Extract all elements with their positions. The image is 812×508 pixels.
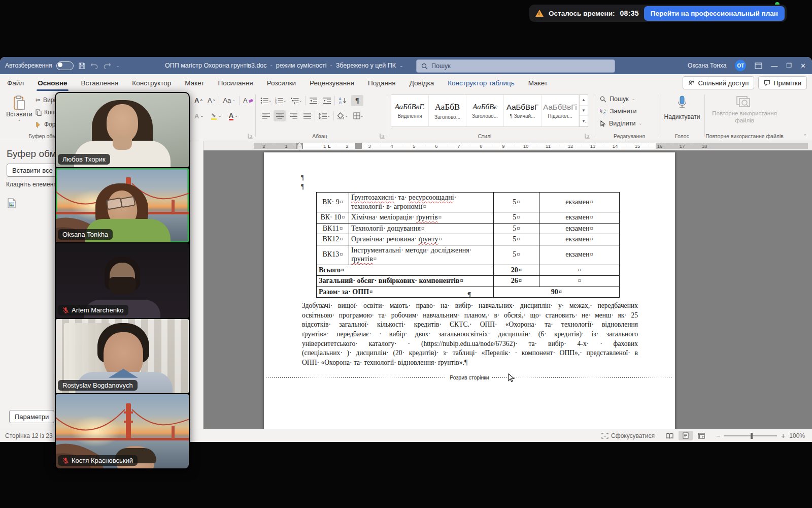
style-card-3[interactable]: АаБбВвГ¶ Звичай...	[504, 95, 542, 126]
paragraph-line[interactable]: відсотків· загальної· кількості· кредиті…	[302, 320, 638, 330]
horizontal-ruler[interactable]: 2·1·1·2·3·4·5·6·7·8·9·10·11·12·13·14·15·…	[203, 141, 812, 150]
align-right-button[interactable]	[287, 110, 299, 121]
participant-tile-4[interactable]: Костя Красновський	[56, 394, 189, 468]
grow-font-button[interactable]: A˄	[193, 96, 204, 105]
dictate-button[interactable]: Надиктувати	[662, 96, 702, 120]
body-paragraph[interactable]: Здобувачі· вищої· освіти· мають· право· …	[302, 301, 638, 368]
save-icon[interactable]	[78, 62, 86, 70]
maximize-button[interactable]: ❐	[786, 62, 792, 69]
style-card-2[interactable]: АаБбВєЗаголово...	[466, 95, 504, 126]
font-dialog-launcher[interactable]	[248, 133, 254, 139]
tab-9[interactable]: Довідка	[410, 79, 434, 87]
quick-access-chevron-icon[interactable]: ⌄	[116, 63, 120, 68]
user-avatar[interactable]: ОТ	[735, 60, 746, 71]
style-card-4[interactable]: АаБбВвГіПідзагол...	[542, 95, 579, 126]
components-table[interactable]: ВК· 9¤Ґрунтозахисні· та· ресурсоощадні· …	[316, 192, 620, 298]
collapse-ribbon-icon[interactable]: ⌃	[803, 134, 807, 139]
zoom-in-button[interactable]: +	[781, 432, 785, 440]
document-title[interactable]: ОПП магістр Охорона грунтів3.doc- режим …	[165, 57, 403, 74]
tab-10[interactable]: Конструктор таблиць	[448, 79, 515, 87]
clipboard-item-image-icon[interactable]	[7, 198, 17, 208]
replace-icon: bc	[600, 108, 607, 115]
participant-tile-1[interactable]: Oksana Tonkha	[56, 168, 189, 242]
tab-6[interactable]: Розсилки	[267, 79, 296, 87]
shrink-font-button[interactable]: A˅	[206, 96, 217, 105]
tab-11[interactable]: Макет	[528, 79, 548, 87]
participant-tile-0[interactable]: Любов Тхорик	[56, 93, 189, 167]
find-button[interactable]: Пошук⌄	[600, 96, 635, 103]
reuse-files-button[interactable]: Повторне використання файлів	[706, 96, 783, 124]
align-center-button[interactable]	[274, 110, 286, 121]
bullets-button[interactable]: ⌄	[260, 95, 272, 106]
font-color-button[interactable]: A⌄	[227, 111, 240, 121]
style-card-0[interactable]: АаБбВвГ.Виділення	[391, 95, 429, 126]
tab-1[interactable]: Основне	[38, 79, 67, 87]
paragraph-line[interactable]: (спеціальних· )· дисциплін· (20· кредиті…	[302, 348, 638, 358]
shading-button[interactable]: ⌄	[335, 110, 350, 121]
search-input[interactable]: Пошук	[416, 59, 615, 73]
justify-button[interactable]	[301, 110, 313, 121]
print-layout-button[interactable]	[679, 431, 693, 440]
tab-2[interactable]: Вставлення	[81, 79, 119, 87]
paste-all-button[interactable]: Вставити все	[7, 164, 58, 177]
select-button[interactable]: Виділити⌄	[600, 120, 642, 127]
copy-icon	[36, 109, 42, 116]
document-page[interactable]: ¶ ¶ ВК· 9¤Ґрунтозахисні· та· ресурсоощад…	[264, 152, 675, 429]
change-case-button[interactable]: Aa⌄	[221, 96, 237, 105]
user-name[interactable]: Оксана Тонха	[688, 62, 726, 69]
clipboard-icon	[13, 96, 26, 111]
borders-button[interactable]: ⌄	[351, 110, 365, 121]
numbering-button[interactable]: 123⌄	[274, 95, 288, 106]
show-marks-button[interactable]: ¶	[351, 95, 363, 106]
ribbon-display-icon[interactable]	[755, 62, 762, 69]
tab-8[interactable]: Подання	[368, 79, 396, 87]
styles-more[interactable]: ▼̱	[580, 116, 588, 126]
zoom-slider[interactable]	[724, 435, 777, 436]
paragraph-line[interactable]: Здобувачі· вищої· освіти· мають· право· …	[302, 301, 638, 311]
paste-button[interactable]: Вставити⌄	[6, 96, 32, 122]
upgrade-plan-button[interactable]: Перейти на профессиональный план	[644, 6, 785, 21]
styles-scroll-up[interactable]: ▲	[580, 95, 588, 106]
multilevel-list-button[interactable]: ⌄	[289, 95, 303, 106]
minimize-button[interactable]: —	[771, 62, 777, 69]
share-button[interactable]: Спільний доступ	[683, 76, 754, 89]
page-indicator[interactable]: Сторінка 12 із 23	[5, 432, 53, 439]
styles-scroll-down[interactable]: ▼	[580, 106, 588, 116]
styles-dialog-launcher[interactable]	[585, 133, 591, 139]
paragraph-line[interactable]: ґрунтів»· передбачає· · вибір· двох· заг…	[302, 330, 638, 339]
paragraph-line[interactable]: університетського· каталогу· · (https://…	[302, 339, 638, 349]
line-spacing-button[interactable]: ⌄	[317, 110, 332, 121]
paragraph-dialog-launcher[interactable]	[380, 133, 386, 139]
tab-file[interactable]: Файл	[7, 79, 24, 87]
participant-tile-2[interactable]: Artem Marchenko	[56, 243, 189, 318]
close-button[interactable]: ✕	[800, 62, 806, 69]
clear-formatting-button[interactable]: A	[242, 96, 255, 105]
decrease-indent-button[interactable]	[307, 95, 319, 106]
paragraph-line[interactable]: ОПП· «Охорона· та· технології· відновлен…	[302, 358, 638, 368]
participant-tile-3[interactable]: Rostyslav Bogdanovych	[56, 319, 189, 393]
highlight-button[interactable]: ⌄	[209, 112, 223, 121]
tab-3[interactable]: Конструктор	[132, 79, 171, 87]
tab-5[interactable]: Посилання	[218, 79, 253, 87]
align-left-button[interactable]	[260, 110, 272, 121]
redo-icon[interactable]	[103, 62, 111, 69]
tab-7[interactable]: Рецензування	[310, 79, 354, 87]
comments-button[interactable]: Примітки	[758, 76, 807, 89]
video-call-strip[interactable]: Любов ТхорикOksana TonkhaArtem Marchenko…	[55, 92, 190, 469]
style-card-1[interactable]: АаБбВЗаголово...	[429, 95, 466, 126]
text-effects-button[interactable]: A⌄	[193, 111, 205, 121]
web-layout-button[interactable]	[694, 431, 709, 440]
paragraph-line[interactable]: освітньою· програмою· та· робочим· навча…	[302, 311, 638, 321]
read-mode-button[interactable]	[662, 431, 678, 440]
tab-4[interactable]: Макет	[185, 79, 204, 87]
increase-indent-button[interactable]	[321, 95, 333, 106]
sort-button[interactable]: АЯ	[336, 95, 350, 106]
autosave-toggle[interactable]	[56, 61, 74, 70]
undo-icon[interactable]	[90, 62, 98, 69]
zoom-level[interactable]: 100%	[789, 432, 805, 439]
focus-button[interactable]: Сфокусуватися	[601, 432, 655, 439]
timer-value: 08:35	[620, 9, 639, 17]
replace-button[interactable]: bc Замінити	[600, 108, 636, 115]
zoom-out-button[interactable]: −	[716, 432, 720, 440]
pane-options-button[interactable]: Параметри	[9, 410, 54, 423]
